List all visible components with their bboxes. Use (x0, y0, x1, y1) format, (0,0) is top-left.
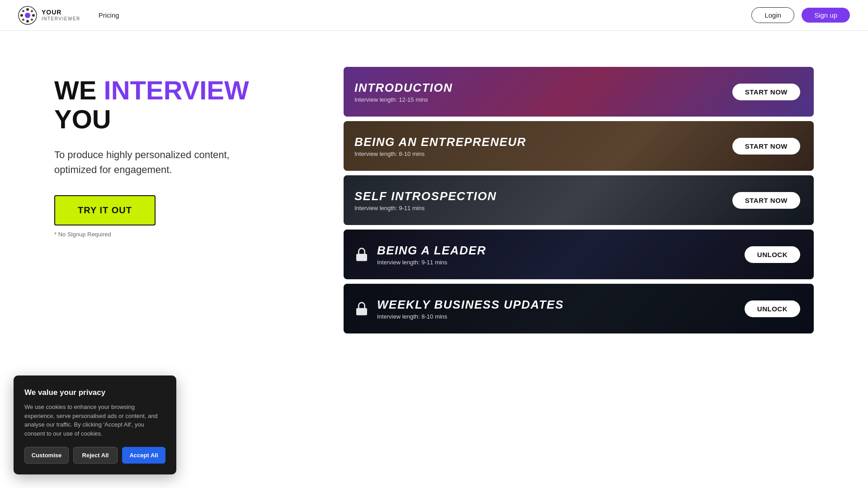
no-signup-text: * No Signup Required (54, 231, 307, 238)
card-subtitle-introspection: Interview length: 9-11 mins (354, 205, 496, 211)
card-subtitle-intro: Interview length: 12-15 mins (354, 96, 453, 103)
cookie-customise-button[interactable]: Customise (24, 447, 69, 464)
svg-point-3 (26, 20, 29, 23)
card-title-leader: BEING A LEADER (377, 244, 486, 258)
logo-interviewer: INTERVIEWER (42, 16, 80, 21)
logo-text: YOUR INTERVIEWER (42, 9, 80, 21)
card-content-introspection: SELF INTROSPECTIONInterview length: 9-11… (344, 189, 814, 211)
navbar: YOUR INTERVIEWER Pricing Login Sign up (0, 0, 868, 31)
hero-title-highlight: INTERVIEW (104, 75, 249, 105)
logo-your: YOUR (42, 9, 80, 16)
svg-rect-10 (356, 254, 367, 261)
card-title-intro: INTRODUCTION (354, 81, 453, 95)
hero-title: WE INTERVIEW YOU (54, 76, 307, 134)
card-text-business: WEEKLY BUSINESS UPDATESInterview length:… (377, 298, 564, 320)
signup-button[interactable]: Sign up (802, 8, 850, 23)
card-text-leader: BEING A LEADERInterview length: 9-11 min… (377, 244, 486, 266)
login-button[interactable]: Login (751, 7, 794, 23)
card-content-entrepreneur: BEING AN ENTREPRENEURInterview length: 8… (344, 135, 814, 157)
card-text-introspection: SELF INTROSPECTIONInterview length: 9-11… (354, 189, 496, 211)
interview-cards-section: INTRODUCTIONInterview length: 12-15 mins… (344, 67, 814, 333)
card-subtitle-leader: Interview length: 9-11 mins (377, 259, 486, 266)
interview-card-intro[interactable]: INTRODUCTIONInterview length: 12-15 mins… (344, 67, 814, 117)
card-left-intro: INTRODUCTIONInterview length: 12-15 mins (354, 81, 453, 103)
svg-point-6 (22, 10, 24, 12)
svg-rect-11 (356, 308, 367, 315)
interview-card-leader[interactable]: BEING A LEADERInterview length: 9-11 min… (344, 230, 814, 279)
svg-point-9 (31, 19, 33, 21)
card-subtitle-entrepreneur: Interview length: 8-10 mins (354, 150, 526, 157)
lock-icon (354, 301, 369, 316)
cookie-text: We use cookies to enhance your browsing … (24, 403, 165, 438)
card-content-leader: BEING A LEADERInterview length: 9-11 min… (344, 244, 814, 266)
svg-point-4 (20, 14, 23, 17)
svg-point-1 (25, 13, 30, 18)
nav-pricing[interactable]: Pricing (99, 11, 119, 19)
card-title-business: WEEKLY BUSINESS UPDATES (377, 298, 564, 312)
svg-point-5 (32, 14, 35, 17)
cookie-title: We value your privacy (24, 388, 165, 397)
card-left-business: WEEKLY BUSINESS UPDATESInterview length:… (354, 298, 564, 320)
svg-point-8 (22, 19, 24, 21)
hero-section: WE INTERVIEW YOU To produce highly perso… (54, 67, 307, 238)
card-content-business: WEEKLY BUSINESS UPDATESInterview length:… (344, 298, 814, 320)
logo-icon (18, 6, 37, 25)
hero-subtitle: To produce highly personalized content, … (54, 147, 271, 177)
main-content: WE INTERVIEW YOU To produce highly perso… (0, 31, 868, 361)
svg-point-2 (26, 8, 29, 11)
interview-card-introspection[interactable]: SELF INTROSPECTIONInterview length: 9-11… (344, 175, 814, 225)
card-btn-leader[interactable]: UNLOCK (745, 246, 800, 263)
card-title-entrepreneur: BEING AN ENTREPRENEUR (354, 135, 526, 149)
cookie-accept-button[interactable]: Accept All (122, 447, 165, 464)
logo[interactable]: YOUR INTERVIEWER (18, 6, 80, 25)
card-left-entrepreneur: BEING AN ENTREPRENEURInterview length: 8… (354, 135, 526, 157)
card-title-introspection: SELF INTROSPECTION (354, 189, 496, 203)
card-content-intro: INTRODUCTIONInterview length: 12-15 mins… (344, 81, 814, 103)
cookie-buttons: Customise Reject All Accept All (24, 447, 165, 464)
navbar-left: YOUR INTERVIEWER Pricing (18, 6, 119, 25)
try-it-out-button[interactable]: TRY IT OUT (54, 195, 156, 225)
navbar-right: Login Sign up (751, 7, 850, 23)
lock-icon (354, 247, 369, 262)
card-btn-intro[interactable]: START NOW (732, 84, 800, 100)
hero-title-prefix: WE (54, 75, 104, 105)
svg-point-7 (31, 10, 33, 12)
interview-card-business[interactable]: WEEKLY BUSINESS UPDATESInterview length:… (344, 284, 814, 333)
card-btn-business[interactable]: UNLOCK (745, 300, 800, 317)
card-left-introspection: SELF INTROSPECTIONInterview length: 9-11… (354, 189, 496, 211)
card-text-entrepreneur: BEING AN ENTREPRENEURInterview length: 8… (354, 135, 526, 157)
interview-card-entrepreneur[interactable]: BEING AN ENTREPRENEURInterview length: 8… (344, 121, 814, 171)
card-text-intro: INTRODUCTIONInterview length: 12-15 mins (354, 81, 453, 103)
card-left-leader: BEING A LEADERInterview length: 9-11 min… (354, 244, 486, 266)
cookie-reject-button[interactable]: Reject All (73, 447, 118, 464)
card-btn-entrepreneur[interactable]: START NOW (732, 138, 800, 155)
cookie-banner: We value your privacy We use cookies to … (14, 375, 176, 474)
hero-title-suffix: YOU (54, 104, 111, 134)
card-btn-introspection[interactable]: START NOW (732, 192, 800, 209)
card-subtitle-business: Interview length: 8-10 mins (377, 313, 564, 320)
